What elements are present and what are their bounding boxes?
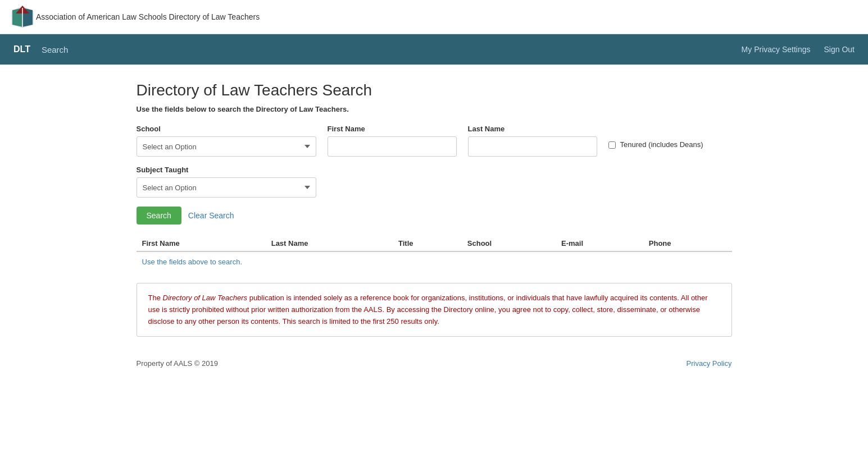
col-school: School [462, 236, 556, 251]
col-title: Title [393, 236, 462, 251]
disclaimer-italic: Directory of Law Teachers [163, 294, 248, 302]
nav-dlt-label: DLT [13, 44, 30, 54]
search-button[interactable]: Search [137, 207, 181, 224]
results-thead: First Name Last Name Title School E-mail… [137, 236, 732, 251]
disclaimer-box: The Directory of Law Teachers publicatio… [137, 283, 732, 337]
lastname-input[interactable] [468, 136, 597, 157]
results-table: First Name Last Name Title School E-mail… [137, 236, 732, 272]
col-phone: Phone [643, 236, 732, 251]
disclaimer-text-before: The [148, 294, 163, 302]
nav-privacy-link[interactable]: My Privacy Settings [742, 45, 811, 54]
school-label: School [137, 125, 316, 133]
firstname-input[interactable] [328, 136, 457, 157]
results-header-row: First Name Last Name Title School E-mail… [137, 236, 732, 251]
page-title: Directory of Law Teachers Search [137, 81, 732, 99]
lastname-group: Last Name [468, 125, 597, 157]
main-content: Directory of Law Teachers Search Use the… [125, 65, 743, 384]
nav-search-link[interactable]: Search [42, 45, 69, 54]
results-tbody: Use the fields above to search. [137, 251, 732, 272]
footer: Property of AALS © 2019 Privacy Policy [137, 348, 732, 384]
tenured-checkbox[interactable] [608, 141, 616, 149]
firstname-group: First Name [328, 125, 457, 157]
brand-bar: Association of American Law Schools Dire… [0, 0, 868, 34]
page-subtitle: Use the fields below to search the Direc… [137, 105, 732, 113]
nav-right-links: My Privacy Settings Sign Out [742, 45, 855, 54]
nav-signout-link[interactable]: Sign Out [824, 45, 855, 54]
subject-group: Subject Taught Select an Option [137, 166, 316, 198]
tenured-group: Tenured (includes Deans) [608, 125, 703, 149]
col-email: E-mail [556, 236, 643, 251]
form-row-2: Subject Taught Select an Option [137, 166, 732, 198]
firstname-label: First Name [328, 125, 457, 133]
subject-label: Subject Taught [137, 166, 316, 174]
footer-privacy-link[interactable]: Privacy Policy [687, 359, 732, 368]
aals-logo [9, 3, 36, 30]
school-select[interactable]: Select an Option [137, 136, 316, 157]
col-firstname: First Name [137, 236, 266, 251]
search-form: School Select an Option First Name Last … [137, 125, 732, 224]
results-empty-row: Use the fields above to search. [137, 251, 732, 272]
tenured-label: Tenured (includes Deans) [620, 140, 703, 149]
subject-select[interactable]: Select an Option [137, 177, 316, 198]
brand-title: Association of American Law Schools Dire… [36, 12, 260, 21]
footer-copyright: Property of AALS © 2019 [137, 359, 218, 368]
clear-search-button[interactable]: Clear Search [188, 211, 234, 220]
form-row-1: School Select an Option First Name Last … [137, 125, 732, 157]
results-empty-message: Use the fields above to search. [137, 251, 732, 272]
btn-row: Search Clear Search [137, 207, 732, 224]
school-group: School Select an Option [137, 125, 316, 157]
nav-bar: DLT Search My Privacy Settings Sign Out [0, 34, 868, 65]
col-lastname: Last Name [266, 236, 393, 251]
lastname-label: Last Name [468, 125, 597, 133]
